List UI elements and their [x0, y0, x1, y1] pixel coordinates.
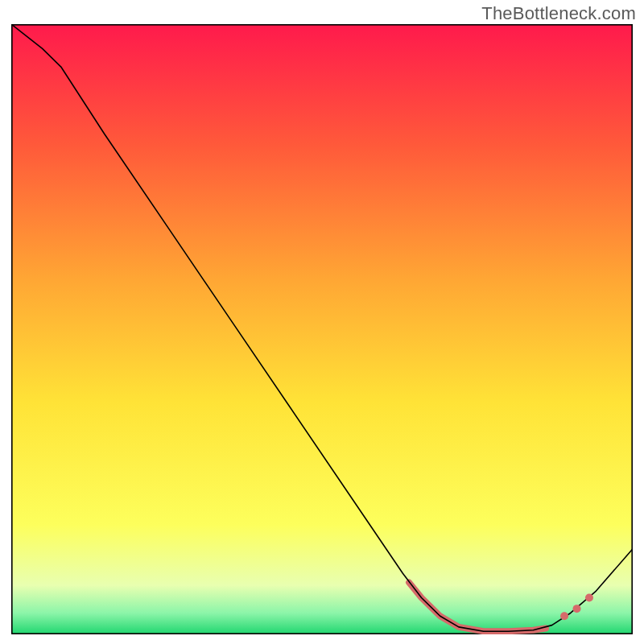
chart-frame: TheBottleneck.com	[0, 0, 644, 644]
marker-dot	[573, 605, 581, 613]
chart-svg	[11, 24, 633, 634]
watermark-text: TheBottleneck.com	[481, 3, 636, 24]
marker-dot	[585, 594, 593, 602]
plot-area	[11, 24, 633, 634]
chart-background	[11, 24, 633, 634]
marker-dot	[560, 612, 568, 620]
